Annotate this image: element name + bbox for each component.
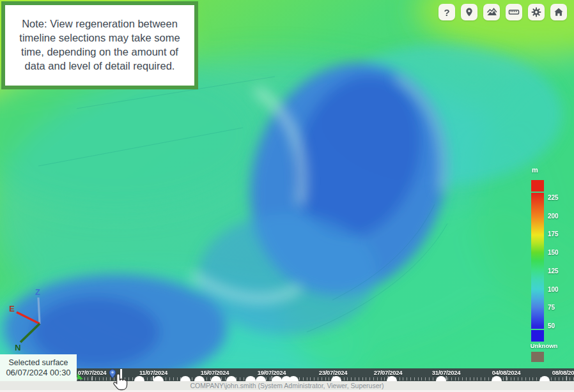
measure-button[interactable] [506, 4, 522, 20]
home-button[interactable] [550, 4, 567, 20]
legend-tick-label: 150 [548, 249, 559, 256]
legend-unknown-swatch [531, 352, 544, 362]
axis-triad: Z E N [6, 287, 51, 354]
legend-above-max-swatch [531, 180, 544, 192]
selected-surface-title: Selected surface [8, 358, 68, 367]
timeline-selection-tick [120, 369, 122, 379]
settings-button[interactable] [528, 4, 545, 20]
legend-tick-label: 125 [548, 268, 559, 275]
legend-tick-label: 175 [548, 230, 559, 237]
location-marker-button[interactable] [461, 4, 477, 20]
legend-tick-label: 225 [548, 194, 559, 201]
toolbar: ? [438, 4, 567, 20]
legend-below-min-swatch [531, 330, 544, 342]
legend-tick-label: 100 [548, 286, 559, 293]
legend-unit-label: m [532, 166, 538, 174]
legend-color-ramp [531, 193, 544, 329]
legend-unknown-label: Unknown [526, 342, 562, 349]
app-window: Note: View regeneration between timeline… [0, 0, 574, 392]
home-icon [554, 7, 564, 17]
note-text: Note: View regeneration between timeline… [5, 15, 194, 76]
surfaces-button[interactable] [483, 4, 500, 20]
blue-pin-icon [109, 369, 116, 379]
status-bar: COMPANY\john.smith (System Administrator… [0, 381, 574, 392]
axis-n-label: N [15, 343, 20, 352]
axis-e-label: E [9, 304, 15, 313]
legend-tick-label: 50 [548, 322, 555, 329]
help-button[interactable]: ? [438, 4, 455, 20]
legend-tick-label: 200 [548, 213, 559, 220]
axis-z-label: Z [35, 287, 40, 297]
location-pin-icon [464, 7, 474, 17]
gear-icon [531, 7, 541, 17]
ruler-icon [508, 7, 520, 17]
legend-tick-label: 75 [548, 304, 555, 311]
elevation-legend: m 2252001751501251007550 Unknown [526, 166, 574, 370]
question-mark-icon: ? [444, 8, 449, 17]
note-box: Note: View regeneration between timeline… [1, 1, 198, 89]
timeline-selection-pin[interactable] [109, 369, 116, 381]
timeline-start-wedge [77, 373, 83, 379]
terrain-profile-icon [486, 7, 497, 17]
timeline: 07/07/2024 11/07/2024 15/07/2024 19/07/2… [0, 368, 574, 381]
logged-in-user: COMPANY\john.smith (System Administrator… [190, 382, 384, 389]
